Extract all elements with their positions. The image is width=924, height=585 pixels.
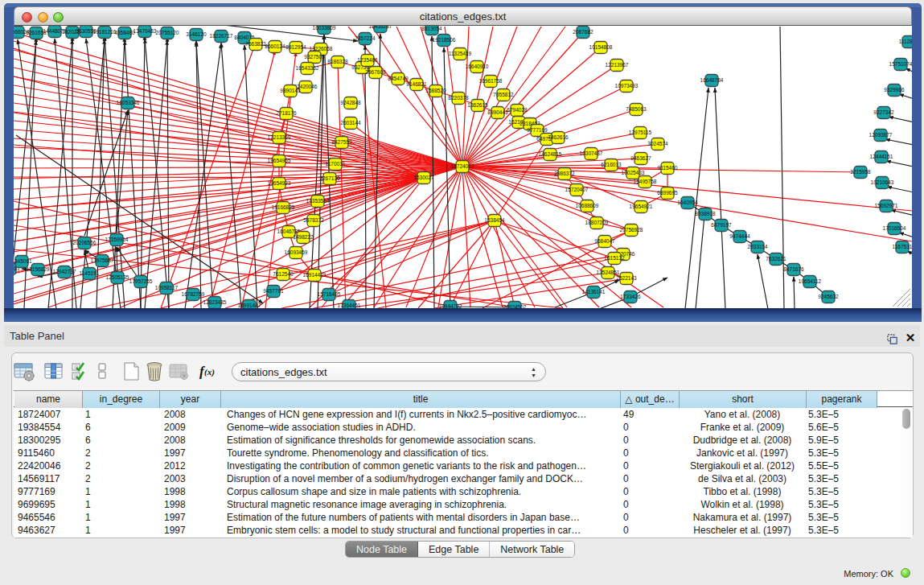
svg-text:9242848: 9242848 bbox=[340, 100, 361, 105]
svg-text:1345061: 1345061 bbox=[14, 258, 32, 264]
svg-text:2718176: 2718176 bbox=[276, 110, 297, 116]
svg-text:9777169: 9777169 bbox=[527, 127, 548, 133]
svg-text:1235466: 1235466 bbox=[357, 57, 378, 63]
svg-text:9684047: 9684047 bbox=[594, 238, 615, 244]
svg-text:12942737: 12942737 bbox=[53, 269, 76, 274]
svg-text:12505135: 12505135 bbox=[106, 274, 129, 280]
svg-text:2087682: 2087682 bbox=[573, 29, 593, 35]
svg-text:18724007: 18724007 bbox=[451, 163, 474, 169]
svg-text:17359914: 17359914 bbox=[105, 237, 129, 242]
svg-text:20206556: 20206556 bbox=[73, 240, 97, 245]
svg-text:8471676: 8471676 bbox=[783, 266, 804, 272]
svg-text:8427552: 8427552 bbox=[331, 139, 352, 145]
svg-text:1530027: 1530027 bbox=[413, 175, 434, 180]
svg-text:10210643: 10210643 bbox=[871, 179, 894, 185]
svg-text:1170031: 1170031 bbox=[326, 161, 346, 167]
svg-text:10958117: 10958117 bbox=[155, 285, 179, 290]
svg-text:12093877: 12093877 bbox=[869, 132, 893, 138]
svg-text:16093459: 16093459 bbox=[285, 249, 308, 255]
svg-text:15720407: 15720407 bbox=[565, 187, 589, 192]
svg-text:12213967: 12213967 bbox=[606, 62, 629, 68]
svg-text:9463627: 9463627 bbox=[630, 155, 651, 161]
svg-text:15495758: 15495758 bbox=[634, 179, 657, 184]
svg-text:12156829: 12156829 bbox=[27, 266, 50, 272]
svg-text:6899695: 6899695 bbox=[657, 190, 678, 196]
svg-text:17016504: 17016504 bbox=[883, 225, 906, 231]
svg-text:11325419: 11325419 bbox=[449, 51, 472, 56]
svg-text:7955812: 7955812 bbox=[493, 92, 514, 97]
svg-text:8813054: 8813054 bbox=[421, 26, 442, 31]
svg-text:9245632: 9245632 bbox=[818, 294, 839, 299]
svg-text:14353584: 14353584 bbox=[306, 198, 330, 204]
svg-text:1112804: 1112804 bbox=[899, 39, 912, 44]
svg-text:8660124: 8660124 bbox=[265, 43, 285, 49]
svg-text:10944782: 10944782 bbox=[439, 303, 462, 308]
svg-text:19654923: 19654923 bbox=[268, 180, 291, 186]
svg-text:4358480: 4358480 bbox=[114, 30, 135, 35]
svg-text:20756928: 20756928 bbox=[620, 227, 643, 233]
svg-text:15692971: 15692971 bbox=[875, 203, 898, 208]
svg-text:6794028: 6794028 bbox=[507, 107, 528, 113]
svg-text:2603144: 2603144 bbox=[340, 120, 361, 126]
svg-text:9329966: 9329966 bbox=[884, 87, 905, 93]
svg-text:2967608: 2967608 bbox=[365, 69, 386, 75]
svg-text:8220378: 8220378 bbox=[448, 95, 469, 101]
svg-text:16053346: 16053346 bbox=[117, 100, 140, 105]
svg-text:19166825: 19166825 bbox=[272, 204, 295, 210]
svg-text:20755120: 20755120 bbox=[156, 30, 179, 35]
svg-text:3024574: 3024574 bbox=[647, 141, 668, 146]
svg-text:17364451: 17364451 bbox=[338, 303, 361, 308]
svg-text:10025433: 10025433 bbox=[622, 170, 645, 175]
svg-text:13975887: 13975887 bbox=[91, 257, 114, 263]
svg-text:9227342: 9227342 bbox=[873, 109, 894, 115]
svg-text:10973493: 10973493 bbox=[615, 83, 639, 89]
svg-text:5878372: 5878372 bbox=[303, 217, 324, 223]
svg-text:3146120: 3146120 bbox=[186, 31, 207, 37]
svg-text:1615132: 1615132 bbox=[604, 255, 625, 261]
svg-text:2933114: 2933114 bbox=[748, 244, 768, 249]
svg-text:14136141: 14136141 bbox=[582, 289, 606, 295]
svg-text:17957255: 17957255 bbox=[129, 278, 153, 284]
svg-text:6216013: 6216013 bbox=[601, 162, 622, 167]
svg-text:19654955: 19654955 bbox=[268, 158, 291, 163]
svg-text:7485063: 7485063 bbox=[626, 106, 647, 112]
svg-text:1167531: 1167531 bbox=[893, 244, 912, 249]
svg-text:12213369: 12213369 bbox=[268, 134, 291, 140]
svg-text:10453287: 10453287 bbox=[369, 26, 392, 29]
svg-text:19218506: 19218506 bbox=[433, 37, 456, 43]
svg-text:2522143: 2522143 bbox=[616, 275, 637, 281]
svg-text:12444151: 12444151 bbox=[870, 154, 893, 159]
svg-text:16782759: 16782759 bbox=[182, 291, 205, 297]
svg-text:13524851: 13524851 bbox=[597, 270, 620, 275]
svg-text:2986372: 2986372 bbox=[554, 171, 575, 176]
svg-text:9115460: 9115460 bbox=[658, 165, 678, 171]
svg-text:8990443: 8990443 bbox=[487, 109, 508, 115]
svg-text:16991447: 16991447 bbox=[238, 303, 261, 308]
svg-text:8186328: 8186328 bbox=[327, 59, 348, 64]
svg-text:7462616: 7462616 bbox=[548, 134, 569, 140]
svg-text:10154808: 10154808 bbox=[589, 44, 613, 50]
svg-text:(x): (x) bbox=[204, 367, 215, 377]
svg-text:8938918: 8938918 bbox=[695, 211, 716, 216]
svg-text:7357224: 7357224 bbox=[355, 35, 376, 41]
svg-text:1640954: 1640954 bbox=[677, 200, 698, 205]
svg-text:12975115: 12975115 bbox=[629, 130, 652, 135]
svg-text:8912954: 8912954 bbox=[285, 44, 306, 50]
svg-text:13470483: 13470483 bbox=[133, 28, 157, 34]
svg-text:1498222: 1498222 bbox=[293, 234, 314, 240]
svg-text:16914479: 16914479 bbox=[303, 272, 326, 278]
svg-text:7612540: 7612540 bbox=[273, 271, 294, 277]
svg-text:15751074: 15751074 bbox=[889, 61, 912, 67]
svg-text:1538454: 1538454 bbox=[484, 217, 505, 223]
svg-text:16033809: 16033809 bbox=[313, 26, 336, 31]
svg-text:19654921: 19654921 bbox=[630, 204, 653, 209]
svg-text:16648784: 16648784 bbox=[700, 77, 724, 83]
svg-text:19181216: 19181216 bbox=[93, 29, 117, 35]
svg-text:16543362: 16543362 bbox=[296, 65, 319, 71]
svg-text:16961758: 16961758 bbox=[479, 78, 503, 84]
svg-text:1145191: 1145191 bbox=[80, 270, 100, 276]
svg-text:10654112: 10654112 bbox=[799, 278, 822, 284]
svg-text:9146821: 9146821 bbox=[406, 81, 427, 87]
svg-text:1362615: 1362615 bbox=[467, 102, 488, 108]
svg-text:9890143: 9890143 bbox=[280, 88, 301, 93]
